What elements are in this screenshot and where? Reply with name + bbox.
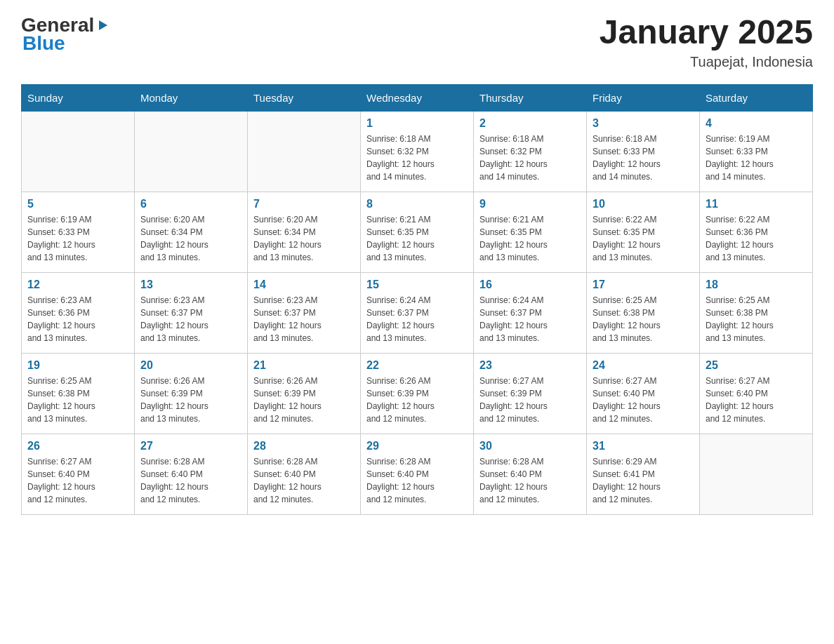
title-area: January 2025 Tuapejat, Indonesia (600, 14, 813, 70)
day-number: 14 (253, 279, 355, 291)
calendar-cell: 24Sunrise: 6:27 AM Sunset: 6:40 PM Dayli… (587, 353, 700, 434)
day-info: Sunrise: 6:27 AM Sunset: 6:40 PM Dayligh… (593, 375, 694, 425)
day-info: Sunrise: 6:26 AM Sunset: 6:39 PM Dayligh… (366, 375, 468, 425)
calendar-cell: 20Sunrise: 6:26 AM Sunset: 6:39 PM Dayli… (135, 353, 248, 434)
calendar-cell: 10Sunrise: 6:22 AM Sunset: 6:35 PM Dayli… (587, 192, 700, 272)
day-info: Sunrise: 6:26 AM Sunset: 6:39 PM Dayligh… (140, 375, 241, 425)
calendar-cell: 9Sunrise: 6:21 AM Sunset: 6:35 PM Daylig… (474, 192, 587, 272)
col-header-saturday: Saturday (700, 84, 813, 111)
calendar-cell: 21Sunrise: 6:26 AM Sunset: 6:39 PM Dayli… (248, 353, 361, 434)
calendar-cell: 12Sunrise: 6:23 AM Sunset: 6:36 PM Dayli… (22, 272, 135, 353)
calendar-cell: 3Sunrise: 6:18 AM Sunset: 6:33 PM Daylig… (587, 111, 700, 192)
calendar-cell (248, 111, 361, 192)
logo-flag-icon (97, 13, 110, 35)
day-number: 10 (593, 198, 694, 210)
calendar-cell: 31Sunrise: 6:29 AM Sunset: 6:41 PM Dayli… (587, 434, 700, 514)
day-number: 1 (366, 117, 468, 130)
day-number: 21 (253, 359, 355, 372)
day-info: Sunrise: 6:27 AM Sunset: 6:39 PM Dayligh… (479, 375, 581, 425)
calendar-cell: 6Sunrise: 6:20 AM Sunset: 6:34 PM Daylig… (135, 192, 248, 272)
calendar-cell: 15Sunrise: 6:24 AM Sunset: 6:37 PM Dayli… (361, 272, 474, 353)
day-number: 25 (706, 359, 807, 372)
calendar-cell: 16Sunrise: 6:24 AM Sunset: 6:37 PM Dayli… (474, 272, 587, 353)
calendar-cell: 23Sunrise: 6:27 AM Sunset: 6:39 PM Dayli… (474, 353, 587, 434)
calendar-cell: 27Sunrise: 6:28 AM Sunset: 6:40 PM Dayli… (135, 434, 248, 514)
day-info: Sunrise: 6:18 AM Sunset: 6:32 PM Dayligh… (479, 133, 581, 183)
day-info: Sunrise: 6:28 AM Sunset: 6:40 PM Dayligh… (479, 455, 581, 506)
col-header-sunday: Sunday (22, 84, 135, 111)
svg-marker-0 (99, 20, 107, 30)
day-number: 30 (479, 440, 581, 452)
day-number: 2 (479, 117, 581, 130)
day-number: 31 (593, 440, 694, 452)
location-title: Tuapejat, Indonesia (600, 54, 813, 70)
calendar-cell: 11Sunrise: 6:22 AM Sunset: 6:36 PM Dayli… (700, 192, 813, 272)
day-info: Sunrise: 6:25 AM Sunset: 6:38 PM Dayligh… (593, 294, 694, 344)
day-info: Sunrise: 6:19 AM Sunset: 6:33 PM Dayligh… (27, 213, 128, 264)
day-info: Sunrise: 6:24 AM Sunset: 6:37 PM Dayligh… (479, 294, 581, 344)
day-number: 18 (706, 279, 807, 291)
calendar-cell (22, 111, 135, 192)
col-header-friday: Friday (587, 84, 700, 111)
calendar-cell: 30Sunrise: 6:28 AM Sunset: 6:40 PM Dayli… (474, 434, 587, 514)
calendar-cell: 14Sunrise: 6:23 AM Sunset: 6:37 PM Dayli… (248, 272, 361, 353)
calendar-cell: 8Sunrise: 6:21 AM Sunset: 6:35 PM Daylig… (361, 192, 474, 272)
day-number: 23 (479, 359, 581, 372)
calendar-cell (135, 111, 248, 192)
day-number: 8 (366, 198, 468, 210)
col-header-tuesday: Tuesday (248, 84, 361, 111)
day-number: 11 (706, 198, 807, 210)
calendar-cell: 13Sunrise: 6:23 AM Sunset: 6:37 PM Dayli… (135, 272, 248, 353)
day-number: 17 (593, 279, 694, 291)
day-number: 28 (253, 440, 355, 452)
day-info: Sunrise: 6:20 AM Sunset: 6:34 PM Dayligh… (253, 213, 355, 264)
calendar-table: SundayMondayTuesdayWednesdayThursdayFrid… (21, 84, 813, 515)
col-header-thursday: Thursday (474, 84, 587, 111)
day-number: 22 (366, 359, 468, 372)
day-info: Sunrise: 6:27 AM Sunset: 6:40 PM Dayligh… (706, 375, 807, 425)
day-info: Sunrise: 6:22 AM Sunset: 6:35 PM Dayligh… (593, 213, 694, 264)
day-info: Sunrise: 6:28 AM Sunset: 6:40 PM Dayligh… (253, 455, 355, 506)
logo-blue-text: Blue (21, 32, 110, 55)
day-info: Sunrise: 6:26 AM Sunset: 6:39 PM Dayligh… (253, 375, 355, 425)
calendar-cell: 5Sunrise: 6:19 AM Sunset: 6:33 PM Daylig… (22, 192, 135, 272)
day-info: Sunrise: 6:27 AM Sunset: 6:40 PM Dayligh… (27, 455, 128, 506)
day-number: 3 (593, 117, 694, 130)
calendar-cell: 1Sunrise: 6:18 AM Sunset: 6:32 PM Daylig… (361, 111, 474, 192)
calendar-cell: 19Sunrise: 6:25 AM Sunset: 6:38 PM Dayli… (22, 353, 135, 434)
day-info: Sunrise: 6:18 AM Sunset: 6:33 PM Dayligh… (593, 133, 694, 183)
week-row-2: 5Sunrise: 6:19 AM Sunset: 6:33 PM Daylig… (22, 192, 813, 272)
logo: General Blue (21, 14, 110, 55)
day-number: 5 (27, 198, 128, 210)
day-info: Sunrise: 6:28 AM Sunset: 6:40 PM Dayligh… (366, 455, 468, 506)
day-info: Sunrise: 6:23 AM Sunset: 6:37 PM Dayligh… (253, 294, 355, 344)
month-title: January 2025 (600, 14, 813, 51)
day-number: 4 (706, 117, 807, 130)
week-row-4: 19Sunrise: 6:25 AM Sunset: 6:38 PM Dayli… (22, 353, 813, 434)
calendar-header-row: SundayMondayTuesdayWednesdayThursdayFrid… (22, 84, 813, 111)
day-number: 26 (27, 440, 128, 452)
day-info: Sunrise: 6:20 AM Sunset: 6:34 PM Dayligh… (140, 213, 241, 264)
day-number: 13 (140, 279, 241, 291)
day-number: 27 (140, 440, 241, 452)
header: General Blue January 2025 Tuapejat, Indo… (21, 14, 813, 70)
day-info: Sunrise: 6:19 AM Sunset: 6:33 PM Dayligh… (706, 133, 807, 183)
day-number: 20 (140, 359, 241, 372)
day-info: Sunrise: 6:29 AM Sunset: 6:41 PM Dayligh… (593, 455, 694, 506)
day-number: 29 (366, 440, 468, 452)
week-row-1: 1Sunrise: 6:18 AM Sunset: 6:32 PM Daylig… (22, 111, 813, 192)
day-info: Sunrise: 6:18 AM Sunset: 6:32 PM Dayligh… (366, 133, 468, 183)
calendar-cell: 29Sunrise: 6:28 AM Sunset: 6:40 PM Dayli… (361, 434, 474, 514)
calendar-cell: 18Sunrise: 6:25 AM Sunset: 6:38 PM Dayli… (700, 272, 813, 353)
day-number: 15 (366, 279, 468, 291)
col-header-monday: Monday (135, 84, 248, 111)
day-number: 7 (253, 198, 355, 210)
day-info: Sunrise: 6:23 AM Sunset: 6:36 PM Dayligh… (27, 294, 128, 344)
calendar-cell (700, 434, 813, 514)
calendar-cell: 2Sunrise: 6:18 AM Sunset: 6:32 PM Daylig… (474, 111, 587, 192)
day-info: Sunrise: 6:28 AM Sunset: 6:40 PM Dayligh… (140, 455, 241, 506)
calendar-cell: 7Sunrise: 6:20 AM Sunset: 6:34 PM Daylig… (248, 192, 361, 272)
day-info: Sunrise: 6:21 AM Sunset: 6:35 PM Dayligh… (366, 213, 468, 264)
calendar-cell: 17Sunrise: 6:25 AM Sunset: 6:38 PM Dayli… (587, 272, 700, 353)
day-number: 9 (479, 198, 581, 210)
